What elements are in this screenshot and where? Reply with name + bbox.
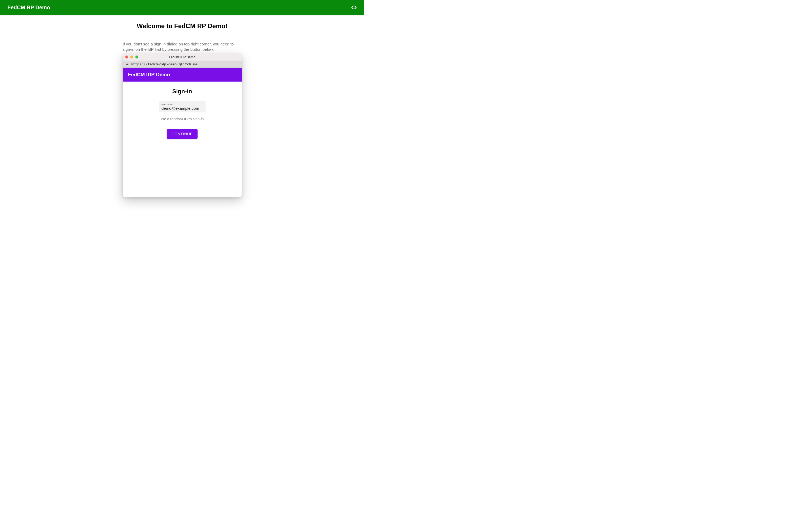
idp-body: Sign-in username Use a random ID to sign… xyxy=(123,82,242,197)
signin-heading: Sign-in xyxy=(172,88,192,95)
code-icon[interactable] xyxy=(351,4,357,10)
app-title: FedCM RP Demo xyxy=(7,4,50,11)
url-text: https://fedcm-idp-demo.glitch.me xyxy=(131,62,197,66)
window-maximize-button[interactable] xyxy=(135,55,138,59)
url-bar[interactable]: https://fedcm-idp-demo.glitch.me xyxy=(123,61,242,68)
username-label: username xyxy=(162,103,203,106)
username-field[interactable]: username xyxy=(159,101,205,112)
idp-header: FedCM IDP Demo xyxy=(123,68,242,82)
continue-button[interactable]: Continue xyxy=(167,129,198,139)
url-host: fedcm-idp-demo.glitch.me xyxy=(148,62,198,66)
window-titlebar: FedCM IDP Demo xyxy=(123,53,242,61)
app-topbar: FedCM RP Demo xyxy=(0,0,364,15)
lock-icon xyxy=(126,63,129,66)
window-close-button[interactable] xyxy=(125,55,128,59)
page-title: Welcome to FedCM RP Demo! xyxy=(137,22,227,30)
url-protocol: https:// xyxy=(131,62,148,66)
intro-text: If you don't see a sign-in dialog on top… xyxy=(123,42,242,52)
main-content: Welcome to FedCM RP Demo! If you don't s… xyxy=(0,15,364,197)
idp-header-title: FedCM IDP Demo xyxy=(128,72,170,78)
hint-text: Use a random ID to sign-in. xyxy=(159,117,205,121)
window-minimize-button[interactable] xyxy=(130,55,133,59)
username-input[interactable] xyxy=(162,106,203,111)
window-controls xyxy=(125,55,138,59)
embedded-window: FedCM IDP Demo https://fedcm-idp-demo.gl… xyxy=(123,53,242,197)
window-title: FedCM IDP Demo xyxy=(169,55,196,59)
